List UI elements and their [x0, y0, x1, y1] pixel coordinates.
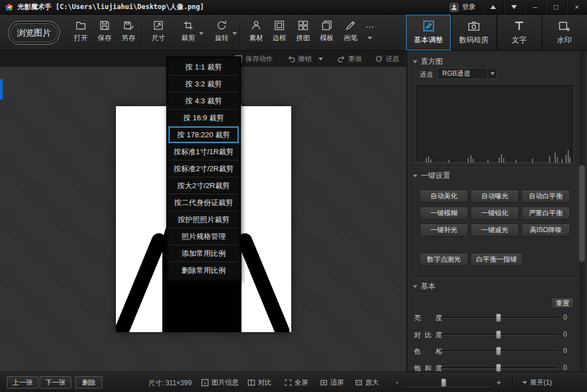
expand-panel-button[interactable]: 展开(1) — [523, 372, 552, 392]
original-size-button[interactable]: 原大 — [355, 372, 379, 392]
onekey-blur-button[interactable]: 一键模糊 — [420, 207, 468, 220]
crop-menu-item[interactable]: 添加常用比例 — [169, 245, 239, 262]
brightness-slider[interactable] — [441, 317, 558, 319]
separator — [512, 375, 513, 390]
tab-basic-adjust[interactable]: 基本调整 — [406, 15, 451, 50]
contrast-slider[interactable] — [441, 334, 558, 336]
undo-button[interactable]: 撤销 — [287, 51, 323, 67]
saturation-slider[interactable] — [441, 367, 558, 369]
left-edge-accent — [0, 79, 3, 99]
save-button[interactable]: 保存 — [92, 19, 117, 48]
channel-dropdown-caret[interactable] — [487, 68, 497, 79]
compare-label: 对比 — [258, 378, 271, 387]
image-info-icon — [201, 379, 209, 386]
white-balance-picker-button[interactable]: 白平衡一指键 — [471, 253, 523, 266]
redo-button[interactable]: 重做 — [338, 51, 362, 67]
panel-scrollbar-thumb[interactable] — [579, 165, 585, 262]
hue-slider-thumb[interactable] — [496, 347, 501, 355]
auto-white-balance-button[interactable]: 自动白平衡 — [521, 190, 570, 203]
next-image-button[interactable]: 下一张 — [40, 376, 71, 389]
restore-button[interactable]: 还原 — [375, 51, 399, 67]
image-info-button[interactable]: 图片信息 — [201, 372, 239, 392]
auto-exposure-button[interactable]: 自动曝光 — [471, 190, 519, 203]
resize-button[interactable]: 尺寸 — [146, 19, 171, 48]
onekey-section-header[interactable]: 一键设置 — [413, 171, 450, 181]
crop-menu-item[interactable]: 按二代身份证裁剪 — [169, 194, 239, 211]
undo-label: 撤销 — [298, 54, 312, 64]
tab-watermark[interactable]: 水印 — [542, 15, 586, 50]
zoom-out-button[interactable]: - — [392, 377, 402, 388]
spot-metering-button[interactable]: 数字点测光 — [420, 253, 468, 266]
basic-adjust-icon — [422, 20, 435, 32]
border-button[interactable]: 边框 — [267, 19, 292, 48]
rotate-button[interactable]: 旋转 — [205, 19, 238, 48]
close-button[interactable]: × — [567, 0, 587, 14]
hue-label: 色相 — [414, 347, 442, 356]
undo-dropdown-caret[interactable] — [318, 58, 323, 60]
status-bar: 上一张 下一张 删除 尺寸: 311×399 图片信息 对比 全屏 适 — [0, 372, 587, 392]
auto-beautify-button[interactable]: 自动美化 — [420, 190, 468, 203]
brightness-slider-thumb[interactable] — [496, 313, 501, 322]
resize-label: 尺寸 — [152, 33, 165, 43]
zoom-slider-thumb[interactable] — [441, 378, 446, 387]
open-button[interactable]: 打开 — [68, 19, 93, 48]
collage-button[interactable]: 拼图 — [291, 19, 316, 48]
browse-images-button[interactable]: 浏览图片 — [8, 21, 60, 45]
save-as-button[interactable]: 另存 — [116, 19, 141, 48]
crop-menu-item[interactable]: 按 3:2 裁剪 — [169, 76, 239, 93]
crop-menu-item-selected[interactable]: 按 178:220 裁剪 — [169, 127, 239, 143]
tab-text[interactable]: 文字 — [497, 15, 541, 50]
maximize-button[interactable]: □ — [546, 0, 566, 14]
delete-image-button[interactable]: 删除 — [75, 376, 102, 389]
reset-button[interactable]: 重置 — [551, 298, 574, 309]
more-tools-caret — [368, 37, 372, 40]
material-button[interactable]: 素材 — [244, 19, 269, 48]
crop-menu-item[interactable]: 照片规格管理 — [169, 228, 239, 245]
login-button[interactable]: 登录 — [443, 0, 482, 14]
hue-slider[interactable] — [441, 350, 558, 352]
compare-button[interactable]: 对比 — [248, 372, 271, 392]
tab-text-label: 文字 — [512, 35, 526, 45]
restore-label: 还原 — [386, 54, 399, 64]
tab-digital-darkroom[interactable]: 数码暗房 — [451, 15, 496, 50]
arrow-up-button[interactable] — [483, 0, 503, 14]
crop-menu-item[interactable]: 按 4:3 裁剪 — [169, 93, 239, 110]
onekey-sharpen-button[interactable]: 一键锐化 — [471, 207, 519, 220]
fullscreen-button[interactable]: 全屏 — [284, 372, 308, 392]
login-label: 登录 — [462, 2, 476, 12]
fit-screen-button[interactable]: 适屏 — [320, 372, 344, 392]
minimize-button[interactable]: – — [525, 0, 545, 14]
template-button[interactable]: 模板 — [314, 19, 339, 48]
more-tools-button[interactable]: … — [360, 19, 379, 48]
histogram-section-header[interactable]: 直方图 — [413, 56, 443, 67]
crop-menu-item[interactable]: 按标准1寸/1R裁剪 — [169, 143, 239, 160]
severe-white-balance-button[interactable]: 严重白平衡 — [521, 207, 570, 220]
crop-menu-item[interactable]: 按 16:9 裁剪 — [169, 110, 239, 127]
onekey-fill-light-button[interactable]: 一键补光 — [420, 224, 468, 237]
basic-section-header[interactable]: 基本 — [413, 281, 435, 291]
crop-menu-item[interactable]: 按标准2寸/2R裁剪 — [169, 160, 239, 177]
arrow-down-button[interactable] — [504, 0, 524, 14]
crop-menu-item[interactable]: 按 1:1 裁剪 — [169, 59, 239, 76]
crop-dropdown-caret[interactable] — [199, 32, 204, 35]
app-logo-icon — [5, 3, 14, 12]
brightness-value: 0 — [563, 313, 567, 321]
rotate-dropdown-caret[interactable] — [232, 32, 237, 35]
previous-image-button[interactable]: 上一张 — [7, 376, 38, 389]
channel-dropdown[interactable]: RGB通道 — [437, 68, 497, 79]
crop-button[interactable]: 裁剪 — [172, 19, 205, 48]
contrast-slider-thumb[interactable] — [496, 330, 501, 339]
crop-menu-item[interactable]: 删除常用比例 — [169, 262, 239, 279]
high-iso-denoise-button[interactable]: 高ISO降噪 — [521, 224, 570, 237]
crop-label: 裁剪 — [182, 33, 195, 43]
collapse-caret-icon — [413, 175, 417, 177]
zoom-in-button[interactable]: + — [494, 377, 503, 388]
crop-menu-item[interactable]: 按护照照片裁剪 — [169, 211, 239, 228]
onekey-reduce-light-button[interactable]: 一键减光 — [471, 224, 519, 237]
brush-button[interactable]: 画笔 — [338, 19, 363, 48]
crop-menu-item[interactable]: 按大2寸/2R裁剪 — [169, 177, 239, 194]
saturation-slider-thumb[interactable] — [496, 364, 501, 372]
tab-basic-adjust-label: 基本调整 — [414, 35, 443, 45]
channel-dropdown-value: RGB通道 — [438, 69, 487, 79]
zoom-slider[interactable] — [403, 386, 492, 387]
